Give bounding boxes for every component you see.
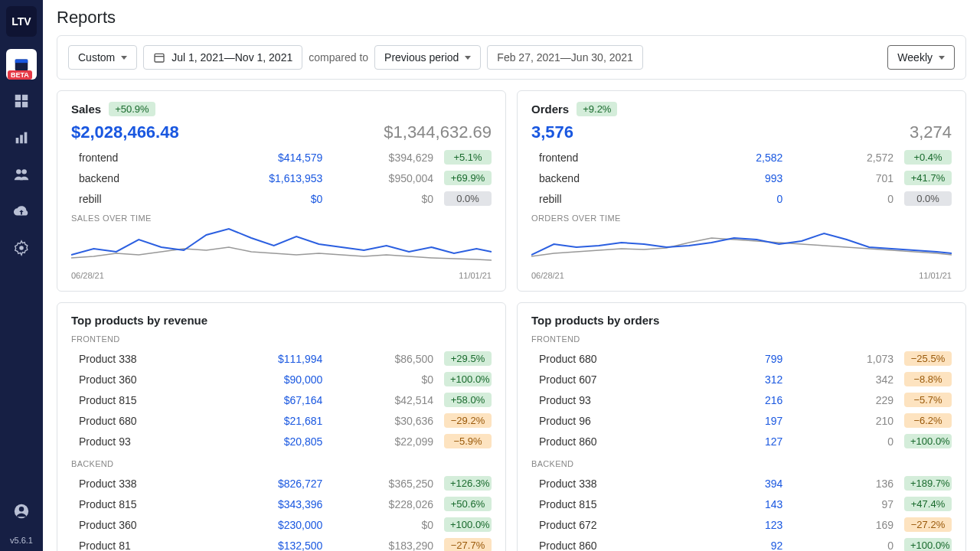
delta-badge: +100.0%: [904, 538, 952, 551]
nav-account[interactable]: [6, 496, 37, 527]
sales-card: Sales+50.9% $2,028,466.48$1,344,632.69 f…: [57, 90, 506, 292]
delta-badge: −5.9%: [444, 434, 492, 448]
table-row: frontend2,5822,572+0.4%: [531, 147, 952, 168]
current-value: $2,028,466.48: [71, 122, 179, 142]
sidebar: LTV BETA v5.6.1: [0, 0, 43, 551]
svg-rect-4: [15, 102, 21, 107]
table-row: Product 360$230,000$0+100.0%: [71, 514, 492, 535]
delta-badge: +0.4%: [904, 150, 952, 165]
table-row: Product 93$20,805$22,099−5.9%: [71, 431, 492, 452]
delta-badge: 0.0%: [904, 191, 952, 206]
table-row: Product 815$67,164$42,514+58.0%: [71, 390, 492, 410]
svg-rect-3: [22, 95, 28, 100]
grid-icon: [13, 93, 30, 109]
table-row: Product 607312342−8.8%: [531, 369, 952, 390]
sales-chart: [71, 224, 492, 266]
nav-settings[interactable]: [6, 233, 37, 263]
svg-point-9: [16, 169, 21, 174]
svg-rect-1: [15, 60, 28, 64]
chevron-down-icon: [121, 56, 127, 60]
card-title: Top products by orders: [531, 314, 952, 327]
chevron-down-icon: [465, 56, 471, 60]
card-title: Sales: [71, 103, 101, 116]
version-label: v5.6.1: [10, 536, 33, 545]
delta-badge: +100.0%: [904, 434, 952, 448]
cloud-upload-icon: [13, 203, 30, 220]
granularity-dropdown[interactable]: Weekly: [887, 45, 955, 70]
card-title: Orders: [531, 103, 569, 116]
delta-badge: −6.2%: [904, 413, 952, 428]
delta-badge: +29.5%: [444, 351, 492, 366]
table-row: Product 8601270+100.0%: [531, 431, 952, 452]
range-mode-dropdown[interactable]: Custom: [68, 45, 137, 70]
delta-badge: +58.0%: [444, 393, 492, 407]
orders-chart: [531, 224, 952, 266]
table-row: Product 860920+100.0%: [531, 535, 952, 551]
delta-badge: −27.7%: [444, 538, 492, 551]
nav-users[interactable]: [6, 159, 37, 190]
date-range-picker[interactable]: Jul 1, 2021—Nov 1, 2021: [143, 45, 302, 70]
delta-badge: +50.6%: [444, 497, 492, 511]
table-row: Product 93216229−5.7%: [531, 390, 952, 410]
page-title: Reports: [57, 8, 966, 28]
table-row: rebill000.0%: [531, 188, 952, 209]
svg-rect-8: [24, 132, 28, 144]
chart-label: ORDERS OVER TIME: [531, 214, 952, 223]
table-row: Product 680$21,681$30,636−29.2%: [71, 410, 492, 431]
table-row: Product 815$343,396$228,026+50.6%: [71, 494, 492, 514]
calendar-icon: [153, 51, 165, 64]
svg-rect-7: [20, 135, 23, 143]
previous-value: $1,344,632.69: [384, 122, 492, 142]
delta-badge: +100.0%: [444, 372, 492, 386]
table-row: frontend$414,579$394,629+5.1%: [71, 147, 492, 168]
table-row: Product 81514397+47.4%: [531, 494, 952, 514]
app-logo: LTV: [6, 6, 37, 37]
table-row: backend$1,613,953$950,004+69.9%: [71, 168, 492, 188]
delta-badge: +126.3%: [444, 476, 492, 491]
user-circle-icon: [13, 503, 30, 520]
table-row: Product 6807991,073−25.5%: [531, 348, 952, 369]
current-value: 3,576: [531, 122, 573, 142]
table-row: backend993701+41.7%: [531, 168, 952, 188]
chevron-down-icon: [939, 56, 945, 60]
top-revenue-card: Top products by revenue FRONTENDProduct …: [57, 302, 506, 551]
compared-to-label: compared to: [309, 51, 368, 64]
table-row: rebill$0$00.0%: [71, 188, 492, 209]
compare-range: Feb 27, 2021—Jun 30, 2021: [487, 45, 642, 70]
previous-value: 3,274: [910, 122, 952, 142]
table-row: Product 338394136+189.7%: [531, 473, 952, 494]
toolbar: Custom Jul 1, 2021—Nov 1, 2021 compared …: [57, 35, 966, 80]
table-row: Product 96197210−6.2%: [531, 410, 952, 431]
group-label: BACKEND: [531, 459, 952, 468]
delta-badge: +69.9%: [444, 171, 492, 185]
revenue-groups: FRONTENDProduct 338$111,994$86,500+29.5%…: [71, 334, 492, 551]
nav-reports[interactable]: BETA: [6, 49, 37, 80]
delta-badge: −25.5%: [904, 351, 952, 366]
orders-card: Orders+9.2% 3,5763,274 frontend2,5822,57…: [517, 90, 966, 292]
table-row: Product 360$90,000$0+100.0%: [71, 369, 492, 390]
delta-badge: +5.1%: [444, 150, 492, 165]
nav-upload[interactable]: [6, 196, 37, 227]
nav-analytics[interactable]: [6, 122, 37, 153]
delta-badge: +100.0%: [444, 517, 492, 532]
compare-mode-dropdown[interactable]: Previous period: [374, 45, 481, 70]
card-title: Top products by revenue: [71, 314, 492, 327]
table-row: Product 81$132,500$183,290−27.7%: [71, 535, 492, 551]
chart-label: SALES OVER TIME: [71, 214, 492, 223]
table-row: Product 672123169−27.2%: [531, 514, 952, 535]
delta-badge: 0.0%: [444, 191, 492, 206]
group-label: FRONTEND: [71, 334, 492, 344]
svg-point-11: [19, 246, 24, 250]
delta-badge: −29.2%: [444, 413, 492, 428]
orders-rows: frontend2,5822,572+0.4%backend993701+41.…: [531, 147, 952, 209]
group-label: BACKEND: [71, 459, 492, 468]
nav-dashboard[interactable]: [6, 86, 37, 116]
svg-rect-14: [155, 54, 164, 62]
delta-badge: −27.2%: [904, 517, 952, 532]
delta-badge: +50.9%: [109, 102, 155, 116]
svg-rect-5: [22, 102, 28, 107]
sales-rows: frontend$414,579$394,629+5.1%backend$1,6…: [71, 147, 492, 209]
table-row: Product 338$111,994$86,500+29.5%: [71, 348, 492, 369]
svg-point-13: [19, 507, 24, 511]
delta-badge: +41.7%: [904, 171, 952, 185]
